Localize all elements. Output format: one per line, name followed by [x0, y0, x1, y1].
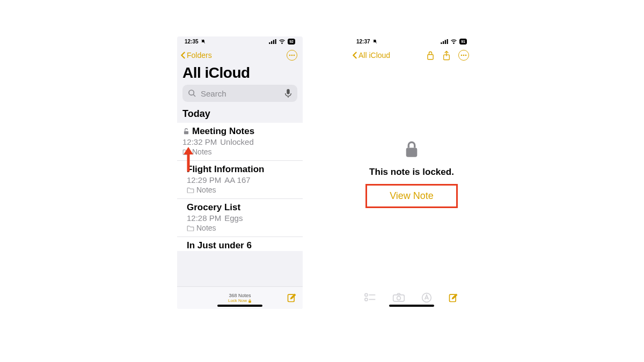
- svg-rect-2: [271, 41, 272, 43]
- checklist-icon: [364, 293, 376, 302]
- lock-now-button[interactable]: Lock Now: [228, 298, 252, 304]
- search-input[interactable]: Search: [182, 85, 297, 102]
- camera-button: [392, 293, 405, 302]
- folder-icon: [187, 225, 194, 231]
- svg-point-28: [465, 55, 467, 56]
- svg-point-32: [365, 298, 368, 301]
- svg-rect-29: [406, 147, 418, 157]
- status-bar: 12:35 92: [177, 36, 303, 46]
- compose-button[interactable]: [448, 292, 459, 303]
- svg-rect-11: [287, 89, 289, 94]
- note-row[interactable]: Flight Information 12:29 PMAA 167 Notes: [177, 161, 303, 199]
- note-time: 12:32 PM: [182, 137, 217, 146]
- folder-icon: [187, 187, 194, 193]
- locked-message: This note is locked.: [369, 167, 454, 178]
- svg-rect-1: [269, 42, 270, 44]
- notes-count: 368 Notes: [228, 293, 252, 298]
- svg-rect-19: [441, 42, 442, 44]
- more-button[interactable]: [287, 50, 297, 61]
- dictation-icon[interactable]: [284, 88, 292, 98]
- status-time: 12:35: [185, 39, 199, 45]
- svg-point-8: [294, 55, 295, 56]
- notes-list: Meeting Notes 12:32 PMUnlocked Notes Fli…: [177, 123, 303, 251]
- do-not-disturb-icon: [372, 39, 377, 44]
- status-time: 12:37: [356, 39, 370, 45]
- unlocked-icon: [182, 128, 190, 135]
- svg-point-6: [289, 55, 291, 56]
- checklist-button: [364, 293, 376, 302]
- svg-line-10: [193, 94, 195, 97]
- folder-icon: [182, 149, 190, 155]
- note-title: Meeting Notes: [192, 126, 254, 137]
- search-icon: [188, 89, 196, 98]
- compose-icon: [287, 292, 297, 303]
- note-row[interactable]: Grocery List 12:28 PMEggs Notes: [177, 199, 303, 237]
- svg-point-7: [291, 55, 293, 56]
- search-placeholder: Search: [201, 89, 280, 98]
- svg-point-35: [397, 296, 401, 300]
- lock-icon: [248, 299, 252, 303]
- compose-button[interactable]: [287, 292, 297, 304]
- view-note-button[interactable]: View Note: [377, 187, 447, 205]
- wifi-icon: [450, 39, 457, 44]
- note-time: 12:29 PM: [187, 175, 221, 184]
- svg-point-27: [463, 55, 465, 56]
- svg-rect-4: [275, 39, 276, 44]
- note-folder: Notes: [192, 147, 212, 156]
- lock-icon: [426, 50, 435, 60]
- svg-point-30: [365, 293, 368, 296]
- note-preview: Unlocked: [220, 137, 254, 146]
- wifi-icon: [279, 39, 286, 44]
- svg-rect-22: [447, 39, 448, 44]
- nav-bar: Folders: [177, 46, 303, 62]
- back-label: All iCloud: [358, 51, 390, 60]
- note-time: 12:28 PM: [187, 213, 221, 223]
- battery-level: 92: [288, 39, 295, 45]
- back-button[interactable]: All iCloud: [352, 51, 390, 60]
- note-title: Flight Information: [187, 164, 264, 175]
- note-title: Grocery List: [187, 202, 240, 213]
- do-not-disturb-icon: [201, 39, 206, 44]
- ellipsis-icon: [289, 54, 295, 56]
- phone-note-locked: 12:37 91 All iCloud T: [349, 36, 474, 309]
- cellular-icon: [441, 39, 448, 44]
- svg-point-23: [453, 42, 455, 43]
- nav-bar: All iCloud: [349, 46, 474, 62]
- svg-rect-20: [443, 41, 444, 43]
- svg-rect-24: [428, 55, 433, 60]
- home-indicator[interactable]: [389, 305, 434, 307]
- compose-icon: [448, 292, 459, 303]
- note-row[interactable]: Meeting Notes 12:32 PMUnlocked Notes: [177, 123, 303, 161]
- locked-note-placeholder: This note is locked. View Note: [349, 62, 474, 286]
- note-preview: Eggs: [224, 213, 243, 223]
- back-button[interactable]: Folders: [180, 51, 212, 60]
- page-title: All iCloud: [177, 62, 303, 85]
- ellipsis-icon: [460, 54, 467, 56]
- cellular-icon: [269, 39, 276, 44]
- svg-rect-14: [248, 300, 251, 302]
- chevron-left-icon: [352, 51, 357, 59]
- battery-level: 91: [459, 39, 467, 45]
- annotation-highlight: View Note: [365, 184, 458, 208]
- back-label: Folders: [187, 51, 212, 60]
- lock-button[interactable]: [426, 50, 435, 60]
- svg-point-5: [282, 42, 283, 43]
- note-preview: AA 167: [224, 175, 250, 184]
- svg-point-26: [461, 55, 463, 56]
- svg-rect-13: [184, 131, 188, 134]
- markup-button: [421, 292, 432, 303]
- note-folder: Notes: [196, 186, 216, 194]
- markup-icon: [421, 292, 432, 303]
- svg-rect-21: [445, 40, 446, 44]
- share-button[interactable]: [442, 50, 451, 61]
- home-indicator[interactable]: [217, 305, 262, 307]
- share-icon: [442, 50, 451, 61]
- chevron-left-icon: [180, 51, 186, 59]
- phone-notes-list: 12:35 92 Folders All iCloud Search Today: [177, 36, 303, 309]
- note-folder: Notes: [196, 224, 216, 232]
- note-row-cutoff[interactable]: In Just under 6: [177, 237, 303, 251]
- status-bar: 12:37 91: [349, 36, 474, 46]
- svg-point-9: [189, 90, 194, 95]
- more-button[interactable]: [458, 50, 469, 61]
- lock-icon: [404, 141, 419, 160]
